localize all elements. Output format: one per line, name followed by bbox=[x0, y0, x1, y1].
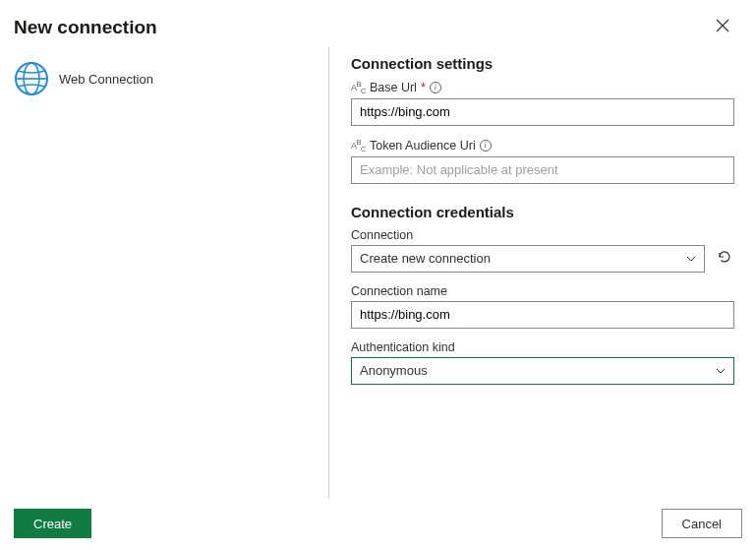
token-audience-input[interactable] bbox=[351, 156, 734, 184]
connection-name-label: Connection name bbox=[351, 284, 734, 298]
info-icon[interactable]: i bbox=[480, 140, 492, 152]
base-url-input[interactable] bbox=[351, 98, 734, 126]
type-text-icon: ABC bbox=[351, 138, 366, 153]
settings-section-title: Connection settings bbox=[351, 55, 734, 72]
chevron-down-icon bbox=[716, 366, 726, 376]
connection-label: Connection bbox=[351, 228, 734, 242]
type-text-icon: ABC bbox=[351, 80, 366, 95]
close-button[interactable] bbox=[709, 14, 736, 41]
refresh-button[interactable] bbox=[715, 249, 734, 269]
connection-selected-value: Create new connection bbox=[360, 251, 491, 266]
refresh-icon bbox=[717, 249, 732, 268]
credentials-section-title: Connection credentials bbox=[351, 204, 734, 220]
connection-select[interactable]: Create new connection bbox=[351, 245, 705, 273]
dialog-title: New connection bbox=[14, 17, 157, 38]
auth-kind-select[interactable]: Anonymous bbox=[351, 357, 734, 385]
connection-type-item[interactable]: Web Connection bbox=[14, 55, 315, 102]
cancel-button[interactable]: Cancel bbox=[662, 509, 742, 538]
connection-type-label: Web Connection bbox=[59, 72, 153, 87]
chevron-down-icon bbox=[686, 254, 696, 264]
auth-kind-selected-value: Anonymous bbox=[360, 363, 428, 378]
close-icon bbox=[716, 19, 729, 36]
base-url-label: ABC Base Url * i bbox=[351, 80, 734, 95]
connection-name-input[interactable] bbox=[351, 301, 734, 329]
info-icon[interactable]: i bbox=[430, 82, 441, 93]
create-button[interactable]: Create bbox=[14, 509, 91, 538]
token-audience-label: ABC Token Audience Uri i bbox=[351, 138, 734, 153]
globe-icon bbox=[14, 61, 49, 96]
required-asterisk: * bbox=[421, 81, 426, 94]
auth-kind-label: Authentication kind bbox=[351, 340, 734, 354]
